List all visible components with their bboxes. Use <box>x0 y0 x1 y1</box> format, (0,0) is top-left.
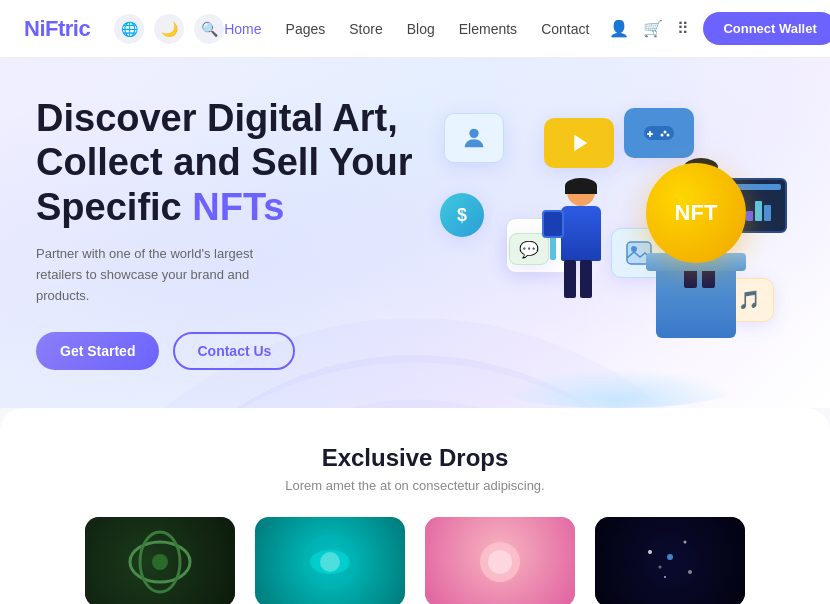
svg-point-16 <box>152 554 168 570</box>
drops-title: Exclusive Drops <box>36 444 794 472</box>
card-video-icon <box>544 118 614 168</box>
drop-card-img-3 <box>425 517 575 604</box>
nav-link-pages[interactable]: Pages <box>286 21 326 37</box>
card-gamepad-icon <box>624 108 694 158</box>
nav-link-elements[interactable]: Elements <box>459 21 517 37</box>
nav-link-home[interactable]: Home <box>224 21 261 37</box>
svg-point-19 <box>320 552 340 572</box>
svg-point-25 <box>688 570 692 574</box>
drops-cards <box>36 517 794 604</box>
nav-item-home[interactable]: Home <box>224 20 261 38</box>
hero-line1: Discover Digital Art, <box>36 97 398 139</box>
svg-point-6 <box>667 134 670 137</box>
svg-rect-4 <box>647 133 653 135</box>
drop-card-4[interactable] <box>595 517 745 604</box>
nav-links: Home Pages Store Blog Elements Contact <box>224 20 589 38</box>
get-started-button[interactable]: Get Started <box>36 332 159 370</box>
search-icon[interactable]: 🔍 <box>194 14 224 44</box>
drops-subtitle: Lorem amet the at on consectetur adipisc… <box>36 478 794 493</box>
logo[interactable]: NiFtric <box>24 16 90 42</box>
person-left <box>556 178 606 298</box>
hero-line3: Specific <box>36 186 192 228</box>
nav-item-contact[interactable]: Contact <box>541 20 589 38</box>
svg-point-27 <box>659 566 662 569</box>
hero-line2: Collect and Sell Your <box>36 141 413 183</box>
moon-icon[interactable]: 🌙 <box>154 14 184 44</box>
nav-icon-group: 🌐 🌙 🔍 <box>114 14 224 44</box>
cart-icon[interactable]: 🛒 <box>643 19 663 38</box>
hero-illustration: $ NFT <box>416 58 794 408</box>
nft-coin: NFT <box>646 163 746 263</box>
drops-section: Exclusive Drops Lorem amet the at on con… <box>0 408 830 604</box>
navbar: NiFtric 🌐 🌙 🔍 Home Pages Store Blog Elem… <box>0 0 830 58</box>
drop-card-img-2 <box>255 517 405 604</box>
drop-card-img-1 <box>85 517 235 604</box>
hero-section: Discover Digital Art, Collect and Sell Y… <box>0 58 830 408</box>
svg-point-21 <box>488 550 512 574</box>
card-user-icon <box>444 113 504 163</box>
user-icon[interactable]: 👤 <box>609 19 629 38</box>
hero-buttons: Get Started Contact Us <box>36 332 416 370</box>
svg-point-24 <box>664 576 666 578</box>
nav-item-elements[interactable]: Elements <box>459 20 517 38</box>
drop-card-1[interactable] <box>85 517 235 604</box>
svg-point-0 <box>469 129 478 138</box>
svg-point-23 <box>684 541 687 544</box>
nav-item-pages[interactable]: Pages <box>286 20 326 38</box>
svg-point-26 <box>667 554 673 560</box>
nav-link-store[interactable]: Store <box>349 21 382 37</box>
drop-card-3[interactable] <box>425 517 575 604</box>
hero-heading: Discover Digital Art, Collect and Sell Y… <box>36 96 416 230</box>
nav-link-contact[interactable]: Contact <box>541 21 589 37</box>
card-dollar-icon: $ <box>440 193 484 237</box>
grid-icon[interactable]: ⠿ <box>677 19 689 38</box>
deco-cloud <box>496 368 736 408</box>
nav-item-blog[interactable]: Blog <box>407 20 435 38</box>
nav-actions: 👤 🛒 ⠿ Connect Wallet <box>609 12 830 45</box>
logo-nif: NiF <box>24 16 58 41</box>
svg-marker-1 <box>574 135 587 151</box>
nav-item-store[interactable]: Store <box>349 20 382 38</box>
globe-icon[interactable]: 🌐 <box>114 14 144 44</box>
hero-subtext: Partner with one of the world's largest … <box>36 244 296 306</box>
hero-text: Discover Digital Art, Collect and Sell Y… <box>36 96 416 371</box>
nav-link-blog[interactable]: Blog <box>407 21 435 37</box>
drop-card-2[interactable] <box>255 517 405 604</box>
svg-point-22 <box>648 550 652 554</box>
connect-wallet-button[interactable]: Connect Wallet <box>703 12 830 45</box>
drop-card-img-4 <box>595 517 745 604</box>
card-bubble-icon: 💬 <box>509 233 549 265</box>
svg-point-7 <box>661 134 664 137</box>
contact-us-button[interactable]: Contact Us <box>173 332 295 370</box>
logo-tric: tric <box>58 16 90 41</box>
svg-point-5 <box>664 131 667 134</box>
hero-nfts: NFTs <box>192 186 284 228</box>
